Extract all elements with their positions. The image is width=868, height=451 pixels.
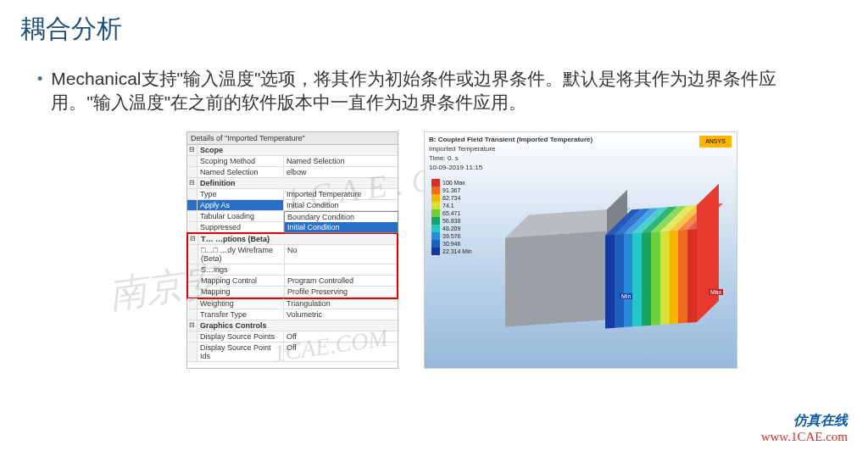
row-weighting[interactable]: Weighting Triangulation — [187, 298, 398, 309]
dropdown-option-boundary[interactable]: Boundary Condition — [285, 212, 398, 222]
category-label: T… …ptions (Beta) — [198, 234, 397, 244]
highlighted-options-box: ⊟ T… …ptions (Beta) □…□ …dy Wireframe (B… — [186, 232, 398, 299]
bullet-dot-icon: • — [37, 67, 42, 91]
dropdown-option-initial[interactable]: Initial Condition — [285, 222, 398, 232]
row-named-selection[interactable]: Named Selection elbow — [187, 167, 398, 178]
apply-as-dropdown[interactable]: Boundary Condition Initial Condition — [284, 211, 398, 233]
ansys-logo: ANSYS — [699, 136, 732, 148]
max-label: Max — [709, 289, 723, 295]
category-label: Scope — [198, 145, 398, 155]
row-scoping-method[interactable]: Scoping Method Named Selection — [187, 156, 398, 167]
viz-header: B: Coupled Field Transient (Imported Tem… — [429, 135, 593, 172]
color-legend: 100 Max91.36782.73474.165.47156.83848.20… — [431, 179, 472, 255]
footer-cn: 仿真在线 — [761, 412, 848, 430]
ansys-viewport[interactable]: B: Coupled Field Transient (Imported Tem… — [424, 131, 737, 369]
row-mapping[interactable]: Mapping Profile Preserving — [188, 287, 397, 298]
collapse-icon[interactable]: ⊟ — [187, 178, 198, 188]
collapse-icon[interactable]: ⊟ — [187, 145, 198, 155]
rainbow-cube — [605, 203, 715, 326]
category-label: Graphics Controls — [198, 320, 398, 331]
details-panel: Details of "Imported Temperature" ⊟ Scop… — [186, 131, 398, 369]
category-label: Definition — [198, 178, 398, 188]
category-options-beta[interactable]: ⊟ T… …ptions (Beta) — [188, 234, 397, 245]
row-apply-as[interactable]: Apply As Initial Condition Boundary Cond… — [187, 200, 398, 211]
row-display-source-points[interactable]: Display Source Points Off — [187, 331, 398, 342]
bullet-item: • Mechanical支持"输入温度"选项，将其作为初始条件或边界条件。默认是… — [0, 47, 868, 114]
category-definition[interactable]: ⊟ Definition — [187, 178, 398, 189]
min-label: Min — [620, 293, 632, 299]
row-settings[interactable]: S…ings — [188, 264, 397, 276]
footer-url: www.1CAE.com — [761, 430, 848, 444]
category-graphics-controls[interactable]: ⊟ Graphics Controls — [187, 320, 398, 331]
bullet-text: Mechanical支持"输入温度"选项，将其作为初始条件或边界条件。默认是将其… — [51, 67, 831, 114]
footer-brand: 仿真在线 www.1CAE.com — [761, 412, 848, 444]
cube-scene: Min Max — [488, 196, 726, 357]
collapse-icon[interactable]: ⊟ — [188, 234, 198, 244]
row-display-source-point-ids[interactable]: Display Source Point Ids Off — [187, 342, 398, 362]
details-panel-title: Details of "Imported Temperature" — [187, 132, 398, 145]
gray-cube — [505, 209, 615, 318]
page-title: 耦合分析 — [0, 0, 868, 47]
row-transfer-type[interactable]: Transfer Type Volumetric — [187, 309, 398, 320]
row-wireframe[interactable]: □…□ …dy Wireframe (Beta) No — [188, 245, 397, 264]
row-mapping-control[interactable]: Mapping Control Program Controlled — [188, 276, 397, 287]
collapse-icon[interactable]: ⊟ — [187, 320, 198, 331]
category-scope[interactable]: ⊟ Scope — [187, 145, 398, 156]
row-type[interactable]: Type Imported Temperature — [187, 189, 398, 200]
